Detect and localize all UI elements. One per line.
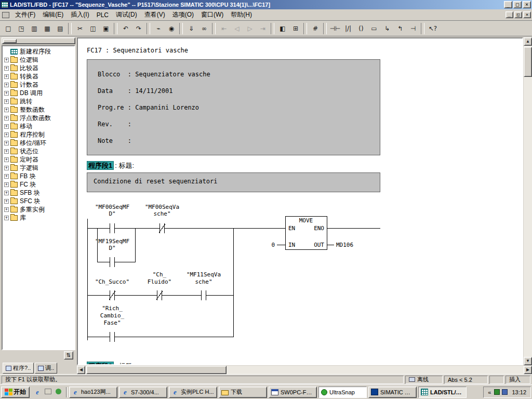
print-button[interactable]: ▤ [54, 22, 66, 34]
task-simatic-manager[interactable]: SIMATIC M... [368, 387, 417, 398]
vertical-scroll-thumb[interactable] [524, 47, 532, 77]
sidebar-item-bit-logic[interactable]: 位逻辑 [3, 56, 74, 64]
task-swopc-fx[interactable]: SW0PC-FX... [269, 387, 317, 398]
taskbar-clock[interactable]: 13:12 [510, 389, 526, 395]
expand-plus-icon[interactable] [4, 124, 9, 129]
empty-box-button[interactable]: ▭ [368, 22, 380, 34]
copy-button[interactable]: ◫ [87, 22, 99, 34]
expand-plus-icon[interactable] [4, 199, 9, 204]
child-minimize-button[interactable]: _ [506, 11, 513, 18]
scroll-left-arrow[interactable]: ◀ [77, 366, 85, 374]
expand-plus-icon[interactable] [4, 141, 9, 145]
expand-plus-icon[interactable] [4, 58, 9, 62]
close-button[interactable]: × [523, 1, 531, 8]
menu-view[interactable]: 查看(V) [141, 9, 169, 20]
menu-debug[interactable]: 调试(D) [112, 9, 141, 20]
show-desktop-icon[interactable] [45, 389, 51, 394]
new-button[interactable]: □ [2, 22, 15, 34]
sidebar-item-status-bits[interactable]: 状态位 [3, 147, 74, 155]
contact-mf00seqvasche[interactable] [159, 223, 165, 233]
move-in-operand[interactable]: 0 [271, 242, 275, 248]
maximize-button[interactable]: □ [513, 1, 522, 8]
new-window-button[interactable]: ⊞ [289, 22, 302, 34]
sidebar-item-integer-functions[interactable]: 整数函数 [3, 105, 74, 114]
expand-plus-icon[interactable] [4, 108, 9, 112]
sidebar-item-counter[interactable]: 计数器 [3, 81, 74, 89]
sidebar-item-jumps[interactable]: 跳转 [3, 97, 74, 105]
expand-plus-icon[interactable] [4, 66, 9, 71]
start-button[interactable]: 开始 [1, 387, 30, 398]
tab-call-structure[interactable]: 调.. [35, 363, 57, 374]
expand-plus-icon[interactable] [4, 149, 9, 154]
sidebar-item-move[interactable]: 移动 [3, 122, 74, 130]
sidebar-item-timers[interactable]: 定时器 [3, 155, 74, 164]
contact-mf19seqmfd[interactable] [110, 257, 115, 267]
internet-explorer-icon[interactable]: e [33, 388, 42, 396]
horizontal-scroll-thumb[interactable] [86, 366, 227, 374]
block-comment-box[interactable]: Blocco : Sequenziatore vasche Data : 14/… [87, 59, 380, 155]
sidebar-item-fc-blocks[interactable]: FC 块 [3, 180, 74, 189]
pane-grip-handle[interactable] [3, 39, 17, 43]
sidebar-item-converter[interactable]: 转换器 [3, 72, 74, 81]
contact-rich-cambio-fase[interactable] [110, 332, 115, 342]
monitor-button[interactable]: ◉ [165, 22, 178, 34]
move-out-operand[interactable]: MD106 [336, 242, 353, 248]
move-block[interactable]: MOVE EN ENO IN OUT [286, 217, 327, 250]
minimize-button[interactable]: _ [504, 1, 512, 8]
expand-plus-icon[interactable] [4, 191, 9, 195]
sidebar-item-multiple-instances[interactable]: 多重实例 [3, 205, 74, 214]
overview-toggle-button[interactable]: ⇅ [64, 351, 73, 360]
expand-plus-icon[interactable] [4, 182, 9, 187]
tab-program-elements[interactable]: 程序?.. [3, 363, 34, 374]
mdi-child-icon[interactable] [2, 12, 9, 18]
sidebar-item-float-functions[interactable]: 浮点数函数 [3, 114, 74, 122]
app-icon[interactable] [1, 2, 8, 8]
expand-plus-icon[interactable] [4, 157, 9, 162]
expand-plus-icon[interactable] [4, 74, 9, 79]
sidebar-item-shift-rotate[interactable]: 移位/循环 [3, 139, 74, 147]
task-s7-300[interactable]: eS7-300/4... [119, 387, 167, 398]
prev-network-button[interactable]: ◁ [231, 22, 243, 34]
horizontal-scrollbar[interactable]: ◀ ▶ [77, 366, 532, 374]
task-lad-stl-fbd[interactable]: LAD/STL/FB... [418, 387, 467, 398]
sidebar-item-new-network[interactable]: 新建程序段 [3, 47, 74, 56]
sidebar-item-sfb-blocks[interactable]: SFB 块 [3, 189, 74, 197]
redo-button[interactable]: ↷ [132, 22, 145, 34]
save-all-button[interactable]: ▥ [28, 22, 41, 34]
first-network-button[interactable]: ⇤ [218, 22, 230, 34]
next-network-button[interactable]: ▷ [244, 22, 256, 34]
task-hao123[interactable]: ehao123网... [69, 387, 117, 398]
open-button[interactable]: ◳ [15, 22, 28, 34]
vertical-scrollbar[interactable]: ▲ ▼ [524, 37, 532, 365]
ladder-editor[interactable]: FC17 : Sequenziatori vasche Blocco : Seq… [77, 37, 523, 365]
pane-grip-bar[interactable] [2, 37, 75, 44]
child-restore-button[interactable]: ◱ [514, 11, 522, 18]
sidebar-item-libraries[interactable]: 库 [3, 214, 74, 222]
menu-edit[interactable]: 编辑(E) [39, 9, 67, 20]
menu-file[interactable]: 文件(F) [11, 9, 39, 20]
task-ultrasnap[interactable]: UltraSnap [318, 387, 367, 398]
sidebar-item-program-control[interactable]: 程序控制 [3, 130, 74, 139]
scroll-track[interactable] [524, 77, 532, 357]
task-downloads[interactable]: 下载 [219, 387, 267, 398]
menu-help[interactable]: 帮助(H) [227, 9, 256, 20]
paste-button[interactable]: ▣ [100, 22, 112, 34]
undo-button[interactable]: ↶ [119, 22, 132, 34]
expand-plus-icon[interactable] [4, 174, 9, 179]
symbol-info-button[interactable]: # [309, 22, 322, 34]
split-window-button[interactable]: ◧ [276, 22, 289, 34]
expand-plus-icon[interactable] [4, 99, 9, 104]
network-2-header[interactable]: 程序段2: 标题: [87, 362, 134, 365]
contact-mf11seqvasche[interactable] [202, 290, 206, 300]
scroll-track[interactable] [227, 366, 524, 374]
expand-plus-icon[interactable] [4, 91, 9, 96]
contact-ch-succo[interactable] [109, 290, 115, 300]
contact-nc-button[interactable]: |/| [342, 22, 354, 34]
sidebar-item-word-logic[interactable]: 字逻辑 [3, 164, 74, 172]
network-1-label[interactable]: 程序段1 [87, 161, 114, 170]
tray-chevron-button[interactable]: « [487, 389, 492, 395]
sidebar-item-db-call[interactable]: DB 调用 [3, 89, 74, 97]
sidebar-item-comparator[interactable]: 比较器 [3, 64, 74, 72]
expand-plus-icon[interactable] [4, 207, 9, 212]
expand-plus-icon[interactable] [4, 166, 9, 170]
